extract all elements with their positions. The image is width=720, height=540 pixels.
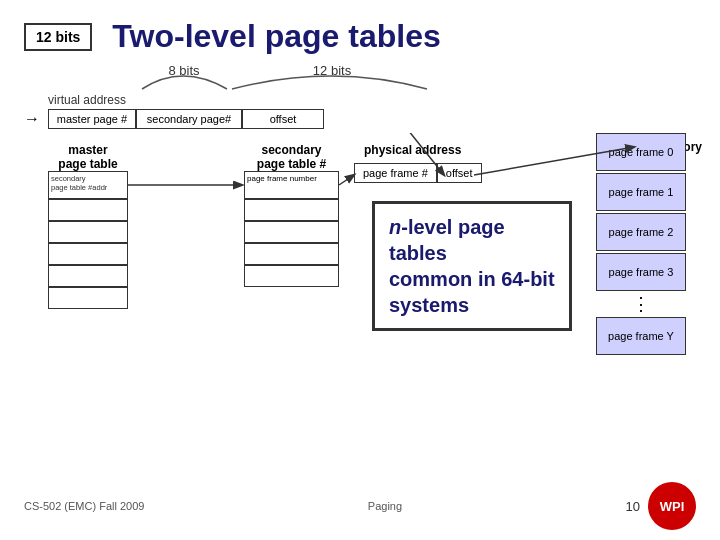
sec-cell-1: page frame number (244, 171, 339, 199)
master-table: secondary page table #addr (48, 171, 128, 309)
secondary-addr-label: secondary page table #addr (51, 174, 107, 192)
master-cell-4 (48, 243, 128, 265)
wpi-logo: WPI (648, 482, 696, 530)
svg-text:8 bits: 8 bits (168, 63, 200, 78)
secondary-table-label: secondary page table # (244, 143, 339, 171)
footer-right: 10 WPI (626, 482, 696, 530)
master-highlight-cell: secondary page table #addr (48, 171, 128, 199)
va-section: → master page # secondary page# offset (24, 109, 696, 129)
svg-line-3 (339, 175, 354, 185)
secondary-table: page frame number (244, 171, 339, 287)
phys-mem: page frame 0 page frame 1 page frame 2 p… (596, 133, 686, 357)
mem-frame-0: page frame 0 (596, 133, 686, 171)
slide: 12 bits Two-level page tables 8 bits 12 … (0, 0, 720, 540)
mem-frame-3: page frame 3 (596, 253, 686, 291)
nlevel-box: n-level page tablescommon in 64-bitsyste… (372, 201, 572, 331)
page-number: 10 (626, 499, 640, 514)
bits-label: 12 bits (24, 23, 92, 51)
main-title: Two-level page tables (112, 18, 440, 55)
sec-cell-2 (244, 199, 339, 221)
phys-offset-box: offset (437, 163, 482, 183)
va-master-box: master page # (48, 109, 136, 129)
title-area: 12 bits Two-level page tables (24, 18, 696, 55)
phys-frame-box: page frame # (354, 163, 437, 183)
va-offset-box: offset (242, 109, 324, 129)
sec-cell-5 (244, 265, 339, 287)
master-table-label: master page table (48, 143, 128, 171)
mem-frame-y: page frame Y (596, 317, 686, 355)
mem-frame-1: page frame 1 (596, 173, 686, 211)
bit-arc-svg: 8 bits 12 bits (132, 61, 472, 93)
mem-frame-2: page frame 2 (596, 213, 686, 251)
svg-text:12 bits: 12 bits (313, 63, 352, 78)
va-arrow-spacer: → (24, 110, 48, 128)
phys-addr-label: physical address (364, 143, 461, 157)
nlevel-n: n (389, 216, 401, 238)
master-cell-3 (48, 221, 128, 243)
footer: CS-502 (EMC) Fall 2009 Paging 10 WPI (24, 482, 696, 530)
master-cell-6 (48, 287, 128, 309)
master-cell-5 (48, 265, 128, 287)
phys-addr-row: page frame # offset (354, 163, 482, 183)
nlevel-text: n-level page tablescommon in 64-bitsyste… (389, 214, 555, 318)
va-secondary-box: secondary page# (136, 109, 242, 129)
frame-num-label: page frame number (247, 174, 317, 183)
va-label: virtual address (48, 93, 696, 107)
master-cell-2 (48, 199, 128, 221)
ellipsis: ⋮ (596, 293, 686, 315)
sec-cell-4 (244, 243, 339, 265)
diagram: master page table secondary page table #… (24, 133, 696, 493)
footer-topic: Paging (368, 500, 402, 512)
footer-course: CS-502 (EMC) Fall 2009 (24, 500, 144, 512)
sec-cell-3 (244, 221, 339, 243)
bit-labels-area: 8 bits 12 bits (132, 61, 472, 93)
